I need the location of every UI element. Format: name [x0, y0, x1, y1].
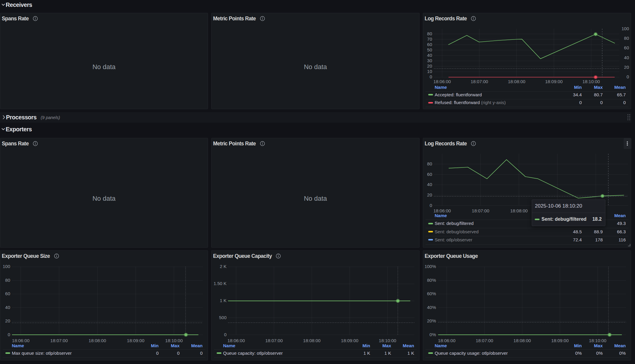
svg-text:500: 500: [219, 315, 227, 320]
svg-text:100%: 100%: [425, 264, 436, 269]
svg-text:18:07:00: 18:07:00: [265, 338, 282, 343]
svg-text:20: 20: [427, 192, 432, 197]
svg-text:40: 40: [427, 53, 432, 58]
svg-text:40: 40: [5, 305, 10, 310]
svg-text:18:06:00: 18:06:00: [12, 338, 29, 343]
svg-text:10: 10: [427, 69, 432, 74]
svg-text:0%: 0%: [429, 332, 436, 337]
svg-text:80: 80: [427, 161, 432, 166]
svg-text:2 K: 2 K: [220, 264, 227, 269]
svg-text:80: 80: [624, 36, 629, 41]
svg-text:30: 30: [427, 58, 432, 63]
svg-text:18:09:00: 18:09:00: [127, 338, 144, 343]
svg-text:70: 70: [427, 36, 432, 42]
svg-text:18:06:00: 18:06:00: [433, 79, 451, 84]
svg-text:40%: 40%: [427, 305, 436, 310]
svg-text:60: 60: [624, 45, 629, 50]
svg-text:80%: 80%: [427, 278, 436, 283]
svg-text:1 K: 1 K: [220, 298, 227, 303]
svg-text:40: 40: [624, 55, 629, 60]
svg-text:100: 100: [3, 264, 10, 269]
svg-text:18:08:00: 18:08:00: [514, 338, 531, 343]
svg-text:0: 0: [627, 74, 629, 79]
svg-text:20%: 20%: [427, 318, 436, 323]
svg-text:18:07:00: 18:07:00: [50, 338, 68, 343]
svg-text:18:08:00: 18:08:00: [508, 79, 525, 84]
svg-text:0: 0: [224, 332, 227, 337]
svg-text:40: 40: [427, 182, 432, 187]
svg-text:20: 20: [624, 65, 629, 70]
svg-text:18:10:00: 18:10:00: [582, 79, 600, 84]
svg-text:18:09:00: 18:09:00: [341, 338, 358, 343]
svg-text:20: 20: [427, 63, 432, 68]
svg-text:18:06:00: 18:06:00: [227, 338, 245, 343]
svg-text:1.50 K: 1.50 K: [214, 281, 227, 286]
svg-text:18:08:00: 18:08:00: [303, 338, 320, 343]
svg-text:80: 80: [427, 31, 432, 36]
svg-text:60: 60: [5, 291, 10, 296]
svg-text:80: 80: [5, 278, 10, 283]
svg-text:60: 60: [427, 172, 432, 177]
svg-text:18:10:00: 18:10:00: [165, 338, 183, 343]
svg-text:18:07:00: 18:07:00: [472, 208, 489, 213]
svg-text:18:07:00: 18:07:00: [476, 338, 493, 343]
svg-text:18:07:00: 18:07:00: [471, 79, 488, 84]
svg-text:18:10:00: 18:10:00: [589, 338, 606, 343]
svg-text:20: 20: [5, 318, 10, 323]
svg-text:60%: 60%: [427, 291, 436, 296]
svg-text:18:09:00: 18:09:00: [551, 338, 569, 343]
svg-text:100: 100: [622, 26, 629, 31]
svg-text:18:06:00: 18:06:00: [438, 338, 455, 343]
svg-text:18:09:00: 18:09:00: [545, 79, 563, 84]
svg-text:18:06:00: 18:06:00: [433, 208, 451, 213]
svg-text:18:08:00: 18:08:00: [510, 208, 528, 213]
svg-text:18:08:00: 18:08:00: [89, 338, 106, 343]
svg-text:18:10:00: 18:10:00: [379, 338, 396, 343]
svg-text:0: 0: [430, 74, 432, 79]
svg-text:0: 0: [8, 332, 10, 337]
svg-text:0: 0: [430, 203, 432, 208]
svg-text:50: 50: [427, 47, 432, 52]
svg-text:60: 60: [427, 42, 432, 47]
